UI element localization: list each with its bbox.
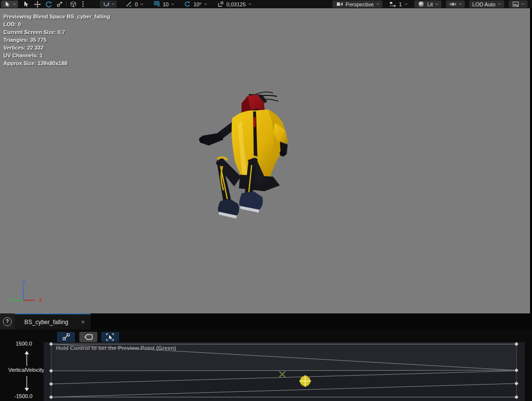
lit-sphere-icon bbox=[417, 0, 425, 8]
view-mode-label: Lit bbox=[427, 1, 433, 7]
translate-tool-icon[interactable] bbox=[33, 0, 41, 8]
show-triangulation-button[interactable] bbox=[57, 332, 75, 342]
coordinate-space-icon[interactable] bbox=[69, 0, 77, 8]
show-flags-dropdown[interactable] bbox=[446, 0, 465, 8]
stat-line: Approx Size: 139x80x188 bbox=[3, 59, 110, 67]
stat-line: LOD: 0 bbox=[3, 20, 110, 28]
chevron-down-icon bbox=[13, 3, 16, 5]
rotation-snap-icon bbox=[183, 0, 191, 8]
stat-line: UV Channels: 1 bbox=[3, 52, 110, 59]
character-model bbox=[191, 80, 303, 221]
gizmo-z-label: Z bbox=[22, 279, 25, 285]
scale-snap-button[interactable]: 0,03125 bbox=[214, 0, 254, 8]
chevron-down-icon bbox=[498, 3, 501, 5]
chevron-down-icon bbox=[435, 3, 439, 5]
preview-viewport[interactable]: Previewing Blend Space BS_cyber_falling … bbox=[0, 8, 530, 313]
tab-label: BS_cyber_falling bbox=[24, 319, 68, 326]
curved-arrow-icon bbox=[102, 0, 110, 8]
scale-tool-icon[interactable] bbox=[55, 0, 64, 8]
rotate-tool-icon[interactable] bbox=[44, 0, 53, 8]
toolbar-separator bbox=[66, 1, 67, 7]
grid-snap-button[interactable]: 10 bbox=[150, 0, 176, 8]
surface-snap-icon bbox=[125, 0, 133, 8]
help-button[interactable]: ? bbox=[0, 313, 15, 329]
chevron-down-icon bbox=[521, 3, 525, 5]
selection-mode-button[interactable] bbox=[1, 0, 18, 8]
orientation-gizmo: Z X Y bbox=[7, 271, 51, 308]
surface-snap-button[interactable]: 0 bbox=[123, 0, 146, 8]
perspective-dropdown[interactable]: Perspective bbox=[332, 0, 382, 8]
chevron-down-icon bbox=[204, 3, 207, 5]
camera-speed-value: 1 bbox=[399, 1, 402, 7]
surface-snap-value: 0 bbox=[135, 1, 138, 7]
scale-snap-icon bbox=[216, 0, 224, 8]
show-sample-labels-button[interactable] bbox=[79, 332, 97, 342]
chevron-down-icon bbox=[459, 3, 462, 5]
chevron-down-icon bbox=[376, 3, 380, 5]
rotation-snap-button[interactable]: 10° bbox=[181, 0, 209, 8]
more-options-icon[interactable] bbox=[79, 0, 87, 8]
stat-line: Previewing Blend Space BS_cyber_falling bbox=[3, 13, 110, 20]
chevron-down-icon bbox=[111, 3, 115, 5]
gizmo-y-label: Y bbox=[9, 297, 13, 303]
gizmo-x-label: X bbox=[39, 297, 43, 303]
select-preview-point-button[interactable] bbox=[101, 332, 119, 342]
document-tab-bar: ? BS_cyber_falling × bbox=[0, 313, 532, 329]
chevron-down-icon bbox=[140, 3, 144, 5]
viewport-camera-icon bbox=[335, 0, 344, 8]
screenshot-dropdown[interactable] bbox=[509, 0, 528, 8]
grid-snap-icon bbox=[152, 0, 161, 8]
tab-close-button[interactable]: × bbox=[81, 319, 85, 325]
eye-icon bbox=[449, 0, 457, 8]
chevron-down-icon bbox=[171, 3, 174, 5]
help-icon: ? bbox=[3, 317, 12, 326]
scale-snap-value: 0,03125 bbox=[226, 1, 246, 7]
chevron-down-icon bbox=[248, 3, 252, 5]
label-tag-icon bbox=[84, 334, 93, 340]
triangulation-icon bbox=[62, 333, 70, 341]
perspective-label: Perspective bbox=[346, 1, 373, 7]
grid-snap-value: 10 bbox=[163, 1, 168, 7]
viewport-toolbar: 0 10 10° 0,03125 bbox=[0, 0, 532, 8]
marquee-cursor-icon bbox=[106, 333, 114, 341]
tab-bs-cyber-falling[interactable]: BS_cyber_falling × bbox=[15, 313, 91, 329]
stat-line: Current Screen Size: 0,7 bbox=[3, 28, 110, 36]
screenshot-icon bbox=[512, 0, 520, 8]
select-tool-icon[interactable] bbox=[22, 0, 30, 8]
lod-label: LOD Auto bbox=[472, 1, 495, 7]
camera-speed-icon bbox=[389, 0, 397, 8]
snap-rotate-mode-button[interactable] bbox=[100, 0, 117, 8]
rotation-snap-value: 10° bbox=[193, 1, 202, 7]
stat-line: Vertices: 22 332 bbox=[3, 44, 110, 52]
cursor-select-icon bbox=[3, 0, 11, 8]
stat-line: Triangles: 35 775 bbox=[3, 36, 110, 44]
mesh-stats-overlay: Previewing Blend Space BS_cyber_falling … bbox=[3, 13, 110, 67]
camera-speed-dropdown[interactable]: 1 bbox=[387, 0, 410, 8]
lod-dropdown[interactable]: LOD Auto bbox=[469, 0, 504, 8]
chevron-down-icon bbox=[404, 3, 408, 5]
blendspace-panel: 1500.0 VerticalVelocity -1500.0 Hold Con… bbox=[0, 329, 532, 401]
view-mode-dropdown[interactable]: Lit bbox=[414, 0, 442, 8]
